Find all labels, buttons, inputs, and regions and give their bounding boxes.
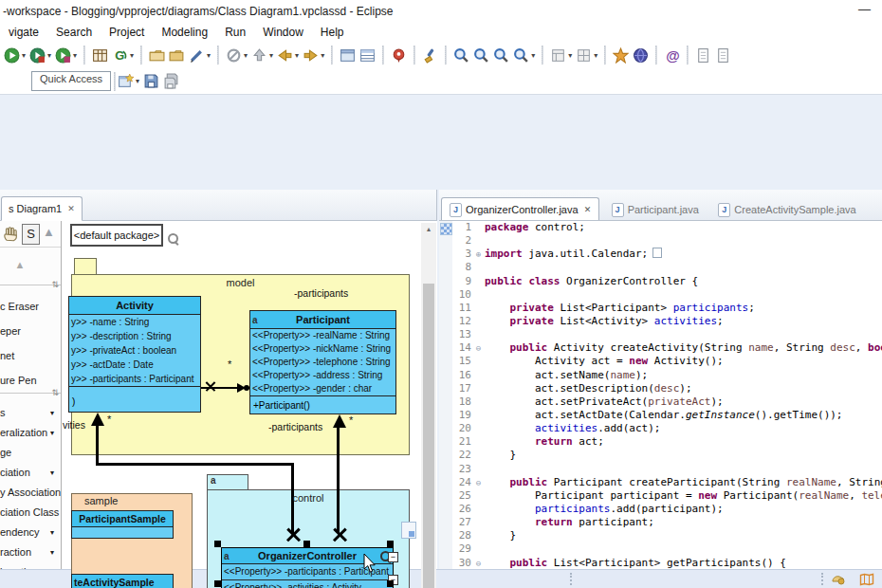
search-icon[interactable] [168,230,178,248]
code-line[interactable]: 2 [452,234,882,248]
palette-item[interactable]: c Eraser [0,294,61,319]
association-line[interactable] [337,428,340,533]
class-attribute[interactable]: y>> -name : String [69,315,200,329]
fold-toggle-icon[interactable]: ⊖ [472,341,485,355]
class-attribute[interactable]: <<Property>> -nickName : String [250,342,395,356]
dropdown-arrow-icon[interactable]: ▾ [73,51,77,60]
layout-button[interactable]: ▾ [550,45,572,65]
code-line[interactable]: 10 [452,288,882,302]
palette-item[interactable]: raction▾ [0,542,61,562]
marker-button[interactable] [391,45,407,65]
tab-class-diagram[interactable]: s Diagram1 ✕ [1,196,83,221]
marquee-tool-icon[interactable]: ▲ [43,225,55,239]
code-line[interactable]: 21 return act; [452,435,882,449]
resize-handle[interactable] [214,580,221,587]
code-line[interactable]: 26 participants.add(participant); [452,503,882,516]
diagram-canvas[interactable]: <default package> model -participants Ac… [62,221,437,588]
palette-item[interactable]: s▾ [0,403,61,423]
editor-window-button[interactable] [340,45,356,65]
resize-handle[interactable] [387,580,394,587]
class-operations[interactable]: ) [69,386,200,413]
code-line[interactable]: 12 private List<Activity> activities; [452,315,882,328]
class-attribute[interactable]: y>> -description : String [69,329,200,343]
fold-toggle-icon[interactable]: ⊕ [472,248,485,261]
code-line[interactable]: 14⊖ public Activity createActivity(Strin… [452,341,882,355]
profile-button[interactable]: ▾ [55,45,77,65]
association-line[interactable] [96,463,294,466]
dropdown-arrow-icon[interactable]: ▾ [295,51,299,60]
editor-tab[interactable]: J CreateActivitySample.java [710,198,863,221]
code-line[interactable]: 29 [452,542,882,556]
palette-item[interactable]: endency▾ [0,523,61,542]
save-button[interactable] [143,70,159,91]
task-list-button[interactable] [359,45,376,65]
step-button[interactable]: ▾ [251,45,273,65]
editor-tab[interactable]: J OrganizerController.java ✕ [441,197,599,221]
palette-item[interactable]: ciation Class [0,503,61,523]
dropdown-arrow-icon[interactable]: ▾ [50,423,61,443]
search-doc2-button[interactable] [715,45,731,65]
dropdown-arrow-icon[interactable]: ▾ [321,51,324,60]
class-operation[interactable]: +Participant() [250,395,395,416]
menu-item[interactable]: vigate [0,24,47,39]
scrollbar-thumb[interactable] [423,284,434,588]
model-button[interactable] [633,45,649,65]
dropdown-arrow-icon[interactable]: ▾ [269,51,273,60]
search-doc-button[interactable] [695,45,711,65]
class-attribute[interactable]: <<Property>> -telephone : String [250,356,395,369]
code-line[interactable]: 8 [452,261,882,274]
minimize-button[interactable]: — [858,2,871,16]
class-attribute[interactable]: <<Property>> -realName : String [250,329,395,342]
new-java-project-button[interactable] [92,45,108,65]
code-line[interactable]: 1package control; [452,221,882,234]
dropdown-arrow-icon[interactable]: ▾ [531,51,535,60]
dropdown-arrow-icon[interactable]: ▾ [594,51,597,60]
menu-item[interactable]: Project [101,24,153,39]
palette-toggle-icon[interactable] [831,573,846,586]
code-line[interactable]: 13 [452,328,882,341]
code-line[interactable]: 24⊖ public Participant createParticipant… [452,476,882,489]
resize-handle[interactable] [214,541,221,547]
association-line[interactable] [96,424,99,465]
palette-item[interactable]: eper [0,319,61,343]
class-activity[interactable]: Activity y>> -name : Stringy>> -descript… [68,296,201,413]
class-attribute[interactable]: <<Property>> -gender : char [250,382,395,395]
new-wizard-button[interactable]: ▾ [118,70,139,91]
code-line[interactable]: 25 Participant participant = new Partici… [452,489,882,503]
mention-button[interactable] [664,45,680,65]
splitter-handle-icon[interactable]: ⇅ [51,280,59,289]
code-line[interactable]: 15 Activity act = new Activity(); [452,355,882,368]
splitter-handle-icon[interactable]: ⇅ [51,388,59,397]
dropdown-arrow-icon[interactable]: ▾ [568,51,572,60]
import-button[interactable] [169,45,185,65]
resize-handle[interactable] [303,541,310,547]
dropdown-arrow-icon[interactable]: ▾ [244,51,248,60]
zoom-out-button[interactable] [473,45,489,65]
format-tool-button[interactable]: ▾ [189,45,211,65]
code-line[interactable]: 19 act.setActDate(Calendar.getInstance()… [452,409,882,422]
zoom-in-button[interactable] [453,45,469,65]
dropdown-arrow-icon[interactable]: ▾ [50,542,61,562]
vertical-scrollbar[interactable]: ▴ ▾ [421,223,436,588]
code-line[interactable]: 30⊖ public List<Participant> getParticip… [452,557,882,570]
menu-item[interactable]: Modeling [153,24,216,39]
class-attribute[interactable]: y>> -participants : Participant [69,372,200,386]
palette-item[interactable]: ge [0,443,61,463]
code-line[interactable]: 11 private List<Participant> participant… [452,302,882,315]
code-line[interactable]: 28 } [452,529,882,542]
menu-item[interactable]: Window [254,24,312,39]
class-attribute[interactable]: <<Property>> -activities : Activity [222,579,393,588]
code-line[interactable]: 3⊕import java.util.Calendar; [452,248,882,261]
collapse-attributes-button[interactable]: − [388,552,398,562]
code-line[interactable]: 18 act.setPrivateAct(privateAct); [452,395,882,409]
generate-button[interactable]: ▾ [112,45,134,65]
dropdown-arrow-icon[interactable]: ▾ [47,51,51,60]
class-attribute[interactable]: y>> -actDate : Date [69,358,200,372]
close-tab-icon[interactable]: ✕ [584,205,592,214]
palette-item[interactable]: ciation▾ [0,463,61,483]
save-all-button[interactable] [163,70,179,91]
editor-tab[interactable]: J Participant.java [604,198,707,221]
open-folder-button[interactable] [149,45,165,65]
quick-access-box[interactable]: Quick Access [31,71,111,91]
menu-item[interactable]: Search [47,24,101,39]
